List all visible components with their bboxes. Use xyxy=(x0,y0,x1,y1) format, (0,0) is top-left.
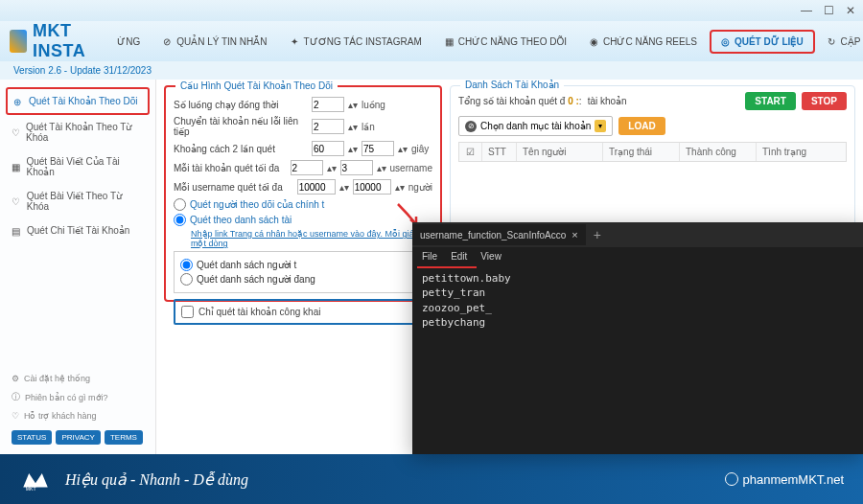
col-status: Trạng thái xyxy=(603,143,680,161)
user-icon: ⊕ xyxy=(13,97,23,106)
annotation-underline xyxy=(417,266,477,268)
refresh-icon: ↻ xyxy=(828,36,837,46)
target-icon: ◎ xyxy=(721,36,731,46)
badge-privacy[interactable]: PRIVACY xyxy=(56,430,101,445)
tab-reels[interactable]: ◉CHỨC NĂNG REELS xyxy=(579,30,708,54)
star-icon: ✦ xyxy=(291,36,300,46)
col-state: Tình trạng xyxy=(757,143,846,161)
footer-settings[interactable]: ⚙Cài đặt hệ thống xyxy=(6,370,150,387)
minimize-icon[interactable]: — xyxy=(801,4,812,17)
gear-icon: ⚙ xyxy=(12,374,19,383)
notepad-tab[interactable]: username_function_ScanInfoAcco× xyxy=(412,224,586,245)
list-title: Danh Sách Tài Khoản xyxy=(460,80,564,90)
public-only-checkbox[interactable] xyxy=(181,306,194,318)
input-link-hint[interactable]: Nhập link Trang cá nhân hoặc username và… xyxy=(191,229,432,248)
footer-whatsnew[interactable]: ⓘPhiên bản có gì mới? xyxy=(6,387,150,407)
sidebar-item-bai-viet-tk[interactable]: ♡Quét Bài Viết Theo Từ Khóa xyxy=(6,184,150,218)
window-titlebar: — ☐ ✕ xyxy=(0,0,863,21)
tab-close-icon[interactable]: × xyxy=(571,229,577,241)
grid-icon: ▦ xyxy=(445,36,455,46)
notepad-menubar: File Edit View xyxy=(412,247,863,265)
sidebar-item-tu-khoa[interactable]: ♡Quét Tài Khoản Theo Từ Khóa xyxy=(6,115,150,149)
sub-radio-followers[interactable] xyxy=(180,259,193,271)
app-footer: MKT Hiệu quả - Nhanh - Dễ dùng phanmemMK… xyxy=(0,454,863,504)
tab-quet-du-lieu[interactable]: ◎QUÉT DỮ LIỆU xyxy=(710,30,815,54)
notepad-content[interactable]: petittown.baby petty_tran zoozoo_pet_ pe… xyxy=(412,265,863,454)
sidebar-item-theo-doi[interactable]: ⊕Quét Tài Khoản Theo Dõi xyxy=(6,87,150,115)
user1-input[interactable] xyxy=(297,179,336,195)
footer-support[interactable]: ♡Hỗ trợ khách hàng xyxy=(6,407,150,424)
total-label: Tổng số tài khoản quét đ 0 :: xyxy=(458,96,582,106)
category-dropdown[interactable]: ⊘ Chọn danh mục tài khoản ▾ xyxy=(458,116,613,136)
footer-badges: STATUS PRIVACY TERMS xyxy=(6,424,150,450)
footer-logo-icon: MKT xyxy=(19,466,52,493)
notepad-tabbar: username_function_ScanInfoAcco× + xyxy=(412,222,863,247)
globe-icon xyxy=(725,472,738,486)
doc-icon: ▤ xyxy=(12,226,21,236)
grid-icon: ▦ xyxy=(12,162,20,172)
menu-file[interactable]: File xyxy=(422,251,437,262)
sub-radio-box: Quét danh sách người t Quét danh sách ng… xyxy=(174,251,432,293)
svg-text:MKT: MKT xyxy=(26,486,36,492)
col-success: Thành công xyxy=(680,143,757,161)
heart-icon: ♡ xyxy=(12,127,20,137)
version-label: Version 2.6 - Update 31/12/2023 xyxy=(0,61,863,80)
table-header: ☑ STT Tên người Trạng thái Thành công Tì… xyxy=(458,142,847,162)
new-tab-button[interactable]: + xyxy=(586,227,609,242)
chevron-down-icon: ▾ xyxy=(595,120,606,132)
col-stt: STT xyxy=(482,143,517,161)
logo-text: MKT INSTA xyxy=(33,21,95,61)
load-button[interactable]: LOAD xyxy=(618,117,665,135)
ban-icon: ⊘ xyxy=(163,36,173,46)
user2-input[interactable] xyxy=(353,179,391,195)
ban-icon: ⊘ xyxy=(465,121,477,132)
sidebar: ⊕Quét Tài Khoản Theo Dõi ♡Quét Tài Khoản… xyxy=(0,80,156,458)
max2-input[interactable] xyxy=(340,160,373,175)
col-name: Tên người xyxy=(517,143,603,161)
gap1-input[interactable] xyxy=(312,141,344,156)
radio-own[interactable] xyxy=(174,198,186,211)
radio-list[interactable] xyxy=(174,214,186,226)
error-input[interactable] xyxy=(312,119,344,134)
maximize-icon[interactable]: ☐ xyxy=(824,4,834,17)
threads-input[interactable] xyxy=(312,97,344,112)
heart-icon: ♡ xyxy=(12,196,21,206)
menu-view[interactable]: View xyxy=(480,251,501,262)
max1-input[interactable] xyxy=(291,160,323,175)
notepad-window: username_function_ScanInfoAcco× + File E… xyxy=(412,222,863,454)
col-check[interactable]: ☑ xyxy=(459,143,482,161)
public-only-box: Chỉ quét tài khoản công khai xyxy=(174,299,432,325)
badge-status[interactable]: STATUS xyxy=(12,430,52,445)
start-button[interactable]: START xyxy=(745,92,796,110)
sidebar-item-chi-tiet[interactable]: ▤Quét Chi Tiết Tài Khoản xyxy=(6,218,150,242)
footer-slogan: Hiệu quả - Nhanh - Dễ dùng xyxy=(65,470,248,489)
tab-ung[interactable]: ỪNG xyxy=(106,30,151,54)
app-logo: MKT INSTA xyxy=(10,21,95,61)
sidebar-item-bai-viet[interactable]: ▦Quét Bài Viết Của Tài Khoản xyxy=(6,149,150,184)
tab-cap-nhat[interactable]: ↻CẬP N xyxy=(817,30,863,54)
reel-icon: ◉ xyxy=(590,36,599,46)
heart-icon: ♡ xyxy=(12,411,19,421)
sub-radio-following[interactable] xyxy=(180,273,193,286)
main-tabs: ỪNG ⊘QUẢN LÝ TIN NHẮN ✦TƯƠNG TÁC INSTAGR… xyxy=(106,30,863,54)
badge-terms[interactable]: TERMS xyxy=(105,430,143,445)
close-icon[interactable]: ✕ xyxy=(846,4,855,17)
config-panel: Cấu Hình Quét Tài Khoản Theo Dõi Số luồn… xyxy=(164,85,442,302)
config-title: Cấu Hình Quét Tài Khoản Theo Dõi xyxy=(175,80,338,91)
footer-url[interactable]: phanmemMKT.net xyxy=(725,472,845,487)
tab-theo-doi[interactable]: ▦CHỨC NĂNG THEO DÕI xyxy=(434,30,577,54)
tab-tuong-tac[interactable]: ✦TƯƠNG TÁC INSTAGRAM xyxy=(280,30,432,54)
stop-button[interactable]: STOP xyxy=(802,92,847,110)
menu-edit[interactable]: Edit xyxy=(451,251,467,262)
logo-icon xyxy=(10,30,27,53)
app-header: MKT INSTA ỪNG ⊘QUẢN LÝ TIN NHẮN ✦TƯƠNG T… xyxy=(0,21,863,61)
gap2-input[interactable] xyxy=(362,141,394,156)
tab-tin-nhan[interactable]: ⊘QUẢN LÝ TIN NHẮN xyxy=(152,30,277,54)
info-icon: ⓘ xyxy=(12,391,20,403)
